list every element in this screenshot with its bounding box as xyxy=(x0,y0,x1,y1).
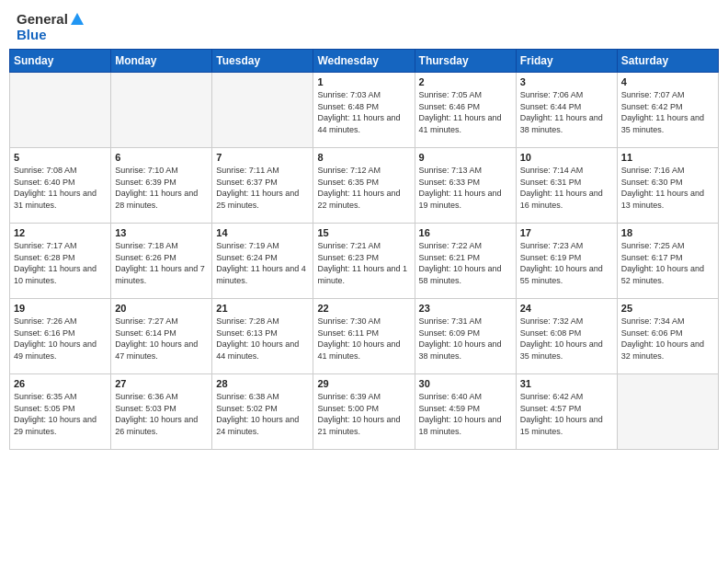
calendar-cell: 6Sunrise: 7:10 AM Sunset: 6:39 PM Daylig… xyxy=(111,148,212,224)
day-number: 22 xyxy=(317,303,410,314)
calendar-cell xyxy=(10,73,111,148)
calendar-cell: 5Sunrise: 7:08 AM Sunset: 6:40 PM Daylig… xyxy=(10,148,111,224)
calendar-cell: 20Sunrise: 7:27 AM Sunset: 6:14 PM Dayli… xyxy=(111,299,212,374)
calendar-cell xyxy=(111,73,212,148)
calendar-table: SundayMondayTuesdayWednesdayThursdayFrid… xyxy=(9,49,719,450)
calendar-cell: 30Sunrise: 6:40 AM Sunset: 4:59 PM Dayli… xyxy=(415,374,516,450)
logo-general-text: General xyxy=(17,11,68,27)
calendar-cell: 29Sunrise: 6:39 AM Sunset: 5:00 PM Dayli… xyxy=(313,374,415,450)
calendar-cell xyxy=(212,73,313,148)
calendar-cell xyxy=(617,374,718,450)
day-number: 9 xyxy=(419,152,512,163)
day-info: Sunrise: 6:35 AM Sunset: 5:05 PM Dayligh… xyxy=(14,391,107,437)
logo: General Blue xyxy=(17,11,84,43)
day-number: 4 xyxy=(621,76,714,87)
calendar-cell: 22Sunrise: 7:30 AM Sunset: 6:11 PM Dayli… xyxy=(313,299,415,374)
day-info: Sunrise: 7:27 AM Sunset: 6:14 PM Dayligh… xyxy=(115,316,208,362)
calendar-cell: 28Sunrise: 6:38 AM Sunset: 5:02 PM Dayli… xyxy=(212,374,313,450)
day-info: Sunrise: 7:08 AM Sunset: 6:40 PM Dayligh… xyxy=(14,165,107,211)
day-number: 21 xyxy=(216,303,309,314)
day-info: Sunrise: 7:19 AM Sunset: 6:24 PM Dayligh… xyxy=(216,240,309,286)
week-row-2: 12Sunrise: 7:17 AM Sunset: 6:28 PM Dayli… xyxy=(10,224,719,299)
day-info: Sunrise: 6:36 AM Sunset: 5:03 PM Dayligh… xyxy=(115,391,208,437)
day-info: Sunrise: 7:26 AM Sunset: 6:16 PM Dayligh… xyxy=(14,316,107,362)
calendar-cell: 17Sunrise: 7:23 AM Sunset: 6:19 PM Dayli… xyxy=(516,224,617,299)
day-info: Sunrise: 7:03 AM Sunset: 6:48 PM Dayligh… xyxy=(317,89,410,135)
day-info: Sunrise: 7:17 AM Sunset: 6:28 PM Dayligh… xyxy=(14,240,107,286)
logo-triangle-icon xyxy=(71,13,84,25)
calendar-cell: 9Sunrise: 7:13 AM Sunset: 6:33 PM Daylig… xyxy=(415,148,516,224)
calendar-cell: 27Sunrise: 6:36 AM Sunset: 5:03 PM Dayli… xyxy=(111,374,212,450)
weekday-header-tuesday: Tuesday xyxy=(212,50,313,73)
day-number: 27 xyxy=(115,378,208,389)
calendar-cell: 23Sunrise: 7:31 AM Sunset: 6:09 PM Dayli… xyxy=(415,299,516,374)
calendar-cell: 26Sunrise: 6:35 AM Sunset: 5:05 PM Dayli… xyxy=(10,374,111,450)
calendar-cell: 1Sunrise: 7:03 AM Sunset: 6:48 PM Daylig… xyxy=(313,73,415,148)
calendar-cell: 13Sunrise: 7:18 AM Sunset: 6:26 PM Dayli… xyxy=(111,224,212,299)
day-number: 13 xyxy=(115,227,208,238)
day-number: 5 xyxy=(14,152,107,163)
day-info: Sunrise: 6:42 AM Sunset: 4:57 PM Dayligh… xyxy=(520,391,613,437)
day-info: Sunrise: 6:38 AM Sunset: 5:02 PM Dayligh… xyxy=(216,391,309,437)
day-number: 18 xyxy=(621,227,714,238)
day-number: 31 xyxy=(520,378,613,389)
day-info: Sunrise: 7:25 AM Sunset: 6:17 PM Dayligh… xyxy=(621,240,714,286)
day-number: 19 xyxy=(14,303,107,314)
day-number: 7 xyxy=(216,152,309,163)
weekday-header-wednesday: Wednesday xyxy=(313,50,415,73)
day-number: 17 xyxy=(520,227,613,238)
day-number: 6 xyxy=(115,152,208,163)
day-number: 25 xyxy=(621,303,714,314)
day-info: Sunrise: 6:40 AM Sunset: 4:59 PM Dayligh… xyxy=(419,391,512,437)
day-info: Sunrise: 7:31 AM Sunset: 6:09 PM Dayligh… xyxy=(419,316,512,362)
day-number: 2 xyxy=(419,76,512,87)
weekday-header-saturday: Saturday xyxy=(617,50,718,73)
day-number: 24 xyxy=(520,303,613,314)
day-number: 26 xyxy=(14,378,107,389)
day-info: Sunrise: 7:16 AM Sunset: 6:30 PM Dayligh… xyxy=(621,165,714,211)
calendar-cell: 2Sunrise: 7:05 AM Sunset: 6:46 PM Daylig… xyxy=(415,73,516,148)
calendar-cell: 14Sunrise: 7:19 AM Sunset: 6:24 PM Dayli… xyxy=(212,224,313,299)
day-number: 16 xyxy=(419,227,512,238)
day-number: 23 xyxy=(419,303,512,314)
calendar-cell: 12Sunrise: 7:17 AM Sunset: 6:28 PM Dayli… xyxy=(10,224,111,299)
calendar-cell: 8Sunrise: 7:12 AM Sunset: 6:35 PM Daylig… xyxy=(313,148,415,224)
calendar-cell: 3Sunrise: 7:06 AM Sunset: 6:44 PM Daylig… xyxy=(516,73,617,148)
day-info: Sunrise: 7:13 AM Sunset: 6:33 PM Dayligh… xyxy=(419,165,512,211)
calendar-cell: 16Sunrise: 7:22 AM Sunset: 6:21 PM Dayli… xyxy=(415,224,516,299)
day-number: 3 xyxy=(520,76,613,87)
weekday-header-sunday: Sunday xyxy=(10,50,111,73)
calendar-cell: 31Sunrise: 6:42 AM Sunset: 4:57 PM Dayli… xyxy=(516,374,617,450)
week-row-0: 1Sunrise: 7:03 AM Sunset: 6:48 PM Daylig… xyxy=(10,73,719,148)
calendar-cell: 24Sunrise: 7:32 AM Sunset: 6:08 PM Dayli… xyxy=(516,299,617,374)
weekday-header-friday: Friday xyxy=(516,50,617,73)
day-number: 28 xyxy=(216,378,309,389)
day-number: 12 xyxy=(14,227,107,238)
day-info: Sunrise: 7:11 AM Sunset: 6:37 PM Dayligh… xyxy=(216,165,309,211)
week-row-1: 5Sunrise: 7:08 AM Sunset: 6:40 PM Daylig… xyxy=(10,148,719,224)
day-number: 29 xyxy=(317,378,410,389)
week-row-4: 26Sunrise: 6:35 AM Sunset: 5:05 PM Dayli… xyxy=(10,374,719,450)
logo-blue-text: Blue xyxy=(17,27,47,42)
day-info: Sunrise: 7:12 AM Sunset: 6:35 PM Dayligh… xyxy=(317,165,410,211)
calendar-cell: 10Sunrise: 7:14 AM Sunset: 6:31 PM Dayli… xyxy=(516,148,617,224)
calendar-cell: 19Sunrise: 7:26 AM Sunset: 6:16 PM Dayli… xyxy=(10,299,111,374)
day-info: Sunrise: 7:21 AM Sunset: 6:23 PM Dayligh… xyxy=(317,240,410,286)
day-info: Sunrise: 7:07 AM Sunset: 6:42 PM Dayligh… xyxy=(621,89,714,135)
day-info: Sunrise: 7:22 AM Sunset: 6:21 PM Dayligh… xyxy=(419,240,512,286)
calendar-cell: 11Sunrise: 7:16 AM Sunset: 6:30 PM Dayli… xyxy=(617,148,718,224)
day-info: Sunrise: 7:18 AM Sunset: 6:26 PM Dayligh… xyxy=(115,240,208,286)
day-number: 10 xyxy=(520,152,613,163)
calendar: SundayMondayTuesdayWednesdayThursdayFrid… xyxy=(0,49,728,563)
day-info: Sunrise: 7:06 AM Sunset: 6:44 PM Dayligh… xyxy=(520,89,613,135)
day-info: Sunrise: 7:34 AM Sunset: 6:06 PM Dayligh… xyxy=(621,316,714,362)
calendar-cell: 15Sunrise: 7:21 AM Sunset: 6:23 PM Dayli… xyxy=(313,224,415,299)
day-number: 8 xyxy=(317,152,410,163)
day-info: Sunrise: 7:32 AM Sunset: 6:08 PM Dayligh… xyxy=(520,316,613,362)
day-info: Sunrise: 7:10 AM Sunset: 6:39 PM Dayligh… xyxy=(115,165,208,211)
day-info: Sunrise: 7:05 AM Sunset: 6:46 PM Dayligh… xyxy=(419,89,512,135)
day-info: Sunrise: 7:30 AM Sunset: 6:11 PM Dayligh… xyxy=(317,316,410,362)
header: General Blue xyxy=(0,0,728,49)
day-number: 1 xyxy=(317,76,410,87)
day-number: 30 xyxy=(419,378,512,389)
